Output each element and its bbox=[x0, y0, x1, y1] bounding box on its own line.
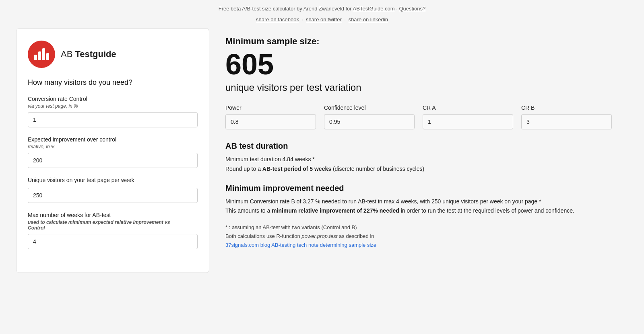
logo-testguide: Testguide bbox=[75, 49, 116, 59]
param-crb-label: CR B bbox=[521, 105, 612, 111]
top-bar: Free beta A/B-test size calculator by Ar… bbox=[0, 0, 644, 15]
field4-sublabel: used to calculate mimimum expected relat… bbox=[28, 219, 198, 231]
param-power: Power bbox=[225, 105, 316, 129]
result-number: 605 bbox=[225, 50, 612, 79]
share-sep1: · bbox=[302, 16, 305, 23]
bar4 bbox=[46, 53, 49, 60]
duration-heading: AB test duration bbox=[225, 141, 612, 151]
site-link[interactable]: ABTestGuide.com bbox=[353, 6, 395, 12]
improvement-text2-prefix: This amounts to a bbox=[225, 207, 272, 214]
share-sep2: · bbox=[344, 16, 347, 23]
improvement-text2-bold: minimum relative improvement of 227% nee… bbox=[272, 207, 399, 214]
bar1 bbox=[34, 55, 37, 60]
params-row: Power Confidence level CR A CR B bbox=[225, 105, 612, 129]
share-linkedin-link[interactable]: share on linkedin bbox=[349, 16, 388, 23]
visitors-input[interactable] bbox=[28, 188, 198, 203]
improvement-text2-suffix: in order to run the test at the required… bbox=[399, 207, 574, 214]
duration-line2-suffix: (discrete number of business cycles) bbox=[331, 166, 424, 172]
field-group-2: Expected improvement over control relati… bbox=[28, 136, 198, 168]
param-crb: CR B bbox=[521, 105, 612, 129]
param-power-label: Power bbox=[225, 105, 316, 111]
field4-sublabel-part1: used to calculate mimimum expected relat… bbox=[28, 219, 170, 225]
sidebar: AB Testguide How many visitors do you ne… bbox=[16, 28, 209, 273]
separator1: · bbox=[396, 6, 399, 12]
improvement-section: Minimum improvement needed Minimum Conve… bbox=[225, 184, 612, 216]
footnote-line1: * : assuming an AB-test with two variant… bbox=[225, 223, 612, 232]
field-group-1: Conversion rate Control via your test pa… bbox=[28, 96, 198, 127]
duration-line2-prefix: Round up to a bbox=[225, 166, 262, 172]
footnote-line2-suffix: as described in bbox=[337, 233, 374, 239]
duration-text: Minimum test duration 4.84 weeks * Round… bbox=[225, 155, 612, 174]
field-group-4: Max number of weeks for AB-test used to … bbox=[28, 212, 198, 249]
improvement-heading: Minimum improvement needed bbox=[225, 184, 612, 193]
footnote-line2-italic: power.prop.test bbox=[301, 233, 337, 239]
bar2 bbox=[38, 51, 41, 60]
param-confidence-input[interactable] bbox=[324, 114, 415, 129]
footnote-line2: Both calculations use R-function power.p… bbox=[225, 232, 612, 241]
result-sublabel: unique visitors per test variation bbox=[225, 82, 612, 93]
param-confidence: Confidence level bbox=[324, 105, 415, 129]
improvement-input[interactable] bbox=[28, 153, 198, 168]
improvement-text1: Minimum Conversion rate B of 3.27 % need… bbox=[225, 197, 612, 207]
top-bar-text: Free beta A/B-test size calculator by Ar… bbox=[219, 6, 352, 12]
param-cra-label: CR A bbox=[423, 105, 513, 111]
field3-label: Unique visitors on your test page per we… bbox=[28, 177, 198, 183]
duration-line2-bold: AB-test period of 5 weeks bbox=[262, 166, 331, 172]
param-cra-input[interactable] bbox=[423, 114, 513, 129]
logo-circle bbox=[28, 41, 55, 68]
param-cra: CR A bbox=[423, 105, 513, 129]
field4-sublabel-part2: Control bbox=[28, 225, 45, 231]
questions-link[interactable]: Questions? bbox=[399, 6, 426, 12]
improvement-text1-span: Minimum Conversion rate B of 3.27 % need… bbox=[225, 198, 541, 205]
result-label: Minimum sample size: bbox=[225, 36, 612, 47]
logo-ab: AB bbox=[61, 49, 72, 59]
param-crb-input[interactable] bbox=[521, 114, 612, 129]
footnote-line3: 37signals.com blog AB-testing tech note … bbox=[225, 241, 612, 250]
field-group-3: Unique visitors on your test page per we… bbox=[28, 177, 198, 203]
field2-sublabel: relative, in % bbox=[28, 144, 198, 150]
footnote: * : assuming an AB-test with two variant… bbox=[225, 223, 612, 250]
field4-label: Max number of weeks for AB-test bbox=[28, 212, 198, 218]
share-facebook-link[interactable]: share on facebook bbox=[256, 16, 299, 23]
footnote-link[interactable]: 37signals.com blog AB-testing tech note … bbox=[225, 242, 376, 248]
param-power-input[interactable] bbox=[225, 114, 316, 129]
share-twitter-link[interactable]: share on twitter bbox=[306, 16, 342, 23]
main-layout: AB Testguide How many visitors do you ne… bbox=[8, 28, 636, 289]
sidebar-heading: How many visitors do you need? bbox=[28, 78, 198, 87]
bar3 bbox=[42, 48, 45, 60]
logo-area: AB Testguide bbox=[28, 41, 198, 68]
field1-label: Conversion rate Control bbox=[28, 96, 198, 102]
duration-line2: Round up to a AB-test period of 5 weeks … bbox=[225, 164, 612, 174]
conversion-rate-input[interactable] bbox=[28, 112, 198, 127]
footnote-line2-prefix: Both calculations use R-function bbox=[225, 233, 301, 239]
duration-line1: Minimum test duration 4.84 weeks * bbox=[225, 155, 612, 164]
param-confidence-label: Confidence level bbox=[324, 105, 415, 111]
max-weeks-input[interactable] bbox=[28, 234, 198, 249]
improvement-text2: This amounts to a minimum relative impro… bbox=[225, 206, 612, 216]
content-area: Minimum sample size: 605 unique visitors… bbox=[209, 28, 628, 273]
field1-sublabel: via your test page, in % bbox=[28, 103, 198, 109]
share-bar: share on facebook · share on twitter · s… bbox=[0, 15, 644, 28]
logo-bars-icon bbox=[34, 48, 49, 60]
logo-text: AB Testguide bbox=[61, 49, 116, 59]
field2-label: Expected improvement over control bbox=[28, 136, 198, 143]
